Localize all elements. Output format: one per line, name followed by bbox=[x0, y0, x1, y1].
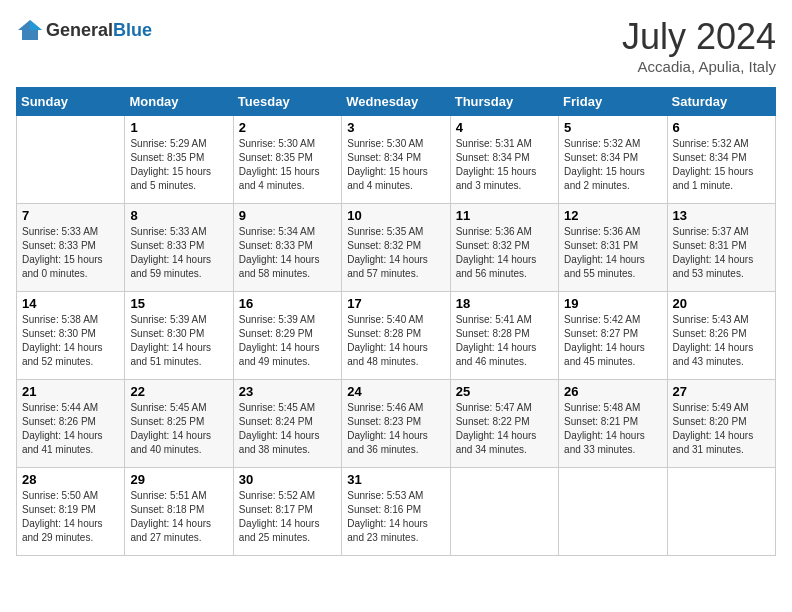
logo: GeneralBlue bbox=[16, 16, 152, 44]
calendar-cell: 27Sunrise: 5:49 AMSunset: 8:20 PMDayligh… bbox=[667, 380, 775, 468]
calendar-cell bbox=[559, 468, 667, 556]
calendar-cell: 12Sunrise: 5:36 AMSunset: 8:31 PMDayligh… bbox=[559, 204, 667, 292]
page-header: GeneralBlue July 2024 Accadia, Apulia, I… bbox=[16, 16, 776, 75]
location-subtitle: Accadia, Apulia, Italy bbox=[622, 58, 776, 75]
calendar-cell: 8Sunrise: 5:33 AMSunset: 8:33 PMDaylight… bbox=[125, 204, 233, 292]
day-number: 11 bbox=[456, 208, 553, 223]
day-number: 18 bbox=[456, 296, 553, 311]
calendar-cell: 4Sunrise: 5:31 AMSunset: 8:34 PMDaylight… bbox=[450, 116, 558, 204]
day-info: Sunrise: 5:47 AMSunset: 8:22 PMDaylight:… bbox=[456, 401, 553, 457]
day-number: 20 bbox=[673, 296, 770, 311]
day-info: Sunrise: 5:40 AMSunset: 8:28 PMDaylight:… bbox=[347, 313, 444, 369]
day-number: 7 bbox=[22, 208, 119, 223]
calendar-cell: 10Sunrise: 5:35 AMSunset: 8:32 PMDayligh… bbox=[342, 204, 450, 292]
day-number: 19 bbox=[564, 296, 661, 311]
day-number: 6 bbox=[673, 120, 770, 135]
day-number: 31 bbox=[347, 472, 444, 487]
day-info: Sunrise: 5:44 AMSunset: 8:26 PMDaylight:… bbox=[22, 401, 119, 457]
day-header-tuesday: Tuesday bbox=[233, 88, 341, 116]
calendar-cell: 26Sunrise: 5:48 AMSunset: 8:21 PMDayligh… bbox=[559, 380, 667, 468]
week-row-2: 7Sunrise: 5:33 AMSunset: 8:33 PMDaylight… bbox=[17, 204, 776, 292]
day-info: Sunrise: 5:45 AMSunset: 8:24 PMDaylight:… bbox=[239, 401, 336, 457]
day-number: 25 bbox=[456, 384, 553, 399]
calendar-cell: 25Sunrise: 5:47 AMSunset: 8:22 PMDayligh… bbox=[450, 380, 558, 468]
week-row-3: 14Sunrise: 5:38 AMSunset: 8:30 PMDayligh… bbox=[17, 292, 776, 380]
calendar-cell: 20Sunrise: 5:43 AMSunset: 8:26 PMDayligh… bbox=[667, 292, 775, 380]
calendar-cell: 18Sunrise: 5:41 AMSunset: 8:28 PMDayligh… bbox=[450, 292, 558, 380]
day-info: Sunrise: 5:48 AMSunset: 8:21 PMDaylight:… bbox=[564, 401, 661, 457]
calendar-cell: 28Sunrise: 5:50 AMSunset: 8:19 PMDayligh… bbox=[17, 468, 125, 556]
calendar-cell bbox=[667, 468, 775, 556]
day-info: Sunrise: 5:50 AMSunset: 8:19 PMDaylight:… bbox=[22, 489, 119, 545]
day-info: Sunrise: 5:51 AMSunset: 8:18 PMDaylight:… bbox=[130, 489, 227, 545]
day-number: 24 bbox=[347, 384, 444, 399]
calendar-cell: 29Sunrise: 5:51 AMSunset: 8:18 PMDayligh… bbox=[125, 468, 233, 556]
day-info: Sunrise: 5:36 AMSunset: 8:31 PMDaylight:… bbox=[564, 225, 661, 281]
day-info: Sunrise: 5:30 AMSunset: 8:35 PMDaylight:… bbox=[239, 137, 336, 193]
day-number: 5 bbox=[564, 120, 661, 135]
day-info: Sunrise: 5:42 AMSunset: 8:27 PMDaylight:… bbox=[564, 313, 661, 369]
calendar-cell: 30Sunrise: 5:52 AMSunset: 8:17 PMDayligh… bbox=[233, 468, 341, 556]
day-info: Sunrise: 5:38 AMSunset: 8:30 PMDaylight:… bbox=[22, 313, 119, 369]
calendar-cell bbox=[17, 116, 125, 204]
calendar-cell: 13Sunrise: 5:37 AMSunset: 8:31 PMDayligh… bbox=[667, 204, 775, 292]
day-number: 26 bbox=[564, 384, 661, 399]
day-number: 8 bbox=[130, 208, 227, 223]
day-info: Sunrise: 5:33 AMSunset: 8:33 PMDaylight:… bbox=[22, 225, 119, 281]
day-number: 10 bbox=[347, 208, 444, 223]
day-number: 16 bbox=[239, 296, 336, 311]
day-number: 22 bbox=[130, 384, 227, 399]
week-row-5: 28Sunrise: 5:50 AMSunset: 8:19 PMDayligh… bbox=[17, 468, 776, 556]
title-area: July 2024 Accadia, Apulia, Italy bbox=[622, 16, 776, 75]
day-number: 2 bbox=[239, 120, 336, 135]
day-header-sunday: Sunday bbox=[17, 88, 125, 116]
month-year-title: July 2024 bbox=[622, 16, 776, 58]
day-info: Sunrise: 5:35 AMSunset: 8:32 PMDaylight:… bbox=[347, 225, 444, 281]
day-info: Sunrise: 5:45 AMSunset: 8:25 PMDaylight:… bbox=[130, 401, 227, 457]
week-row-1: 1Sunrise: 5:29 AMSunset: 8:35 PMDaylight… bbox=[17, 116, 776, 204]
day-info: Sunrise: 5:29 AMSunset: 8:35 PMDaylight:… bbox=[130, 137, 227, 193]
calendar-cell: 3Sunrise: 5:30 AMSunset: 8:34 PMDaylight… bbox=[342, 116, 450, 204]
day-header-monday: Monday bbox=[125, 88, 233, 116]
calendar-cell: 5Sunrise: 5:32 AMSunset: 8:34 PMDaylight… bbox=[559, 116, 667, 204]
day-header-wednesday: Wednesday bbox=[342, 88, 450, 116]
day-info: Sunrise: 5:33 AMSunset: 8:33 PMDaylight:… bbox=[130, 225, 227, 281]
week-row-4: 21Sunrise: 5:44 AMSunset: 8:26 PMDayligh… bbox=[17, 380, 776, 468]
day-info: Sunrise: 5:34 AMSunset: 8:33 PMDaylight:… bbox=[239, 225, 336, 281]
calendar-table: SundayMondayTuesdayWednesdayThursdayFrid… bbox=[16, 87, 776, 556]
calendar-cell: 15Sunrise: 5:39 AMSunset: 8:30 PMDayligh… bbox=[125, 292, 233, 380]
day-header-saturday: Saturday bbox=[667, 88, 775, 116]
logo-general: General bbox=[46, 20, 113, 40]
day-number: 4 bbox=[456, 120, 553, 135]
day-number: 14 bbox=[22, 296, 119, 311]
days-header-row: SundayMondayTuesdayWednesdayThursdayFrid… bbox=[17, 88, 776, 116]
calendar-cell: 16Sunrise: 5:39 AMSunset: 8:29 PMDayligh… bbox=[233, 292, 341, 380]
day-header-friday: Friday bbox=[559, 88, 667, 116]
day-info: Sunrise: 5:37 AMSunset: 8:31 PMDaylight:… bbox=[673, 225, 770, 281]
calendar-cell: 2Sunrise: 5:30 AMSunset: 8:35 PMDaylight… bbox=[233, 116, 341, 204]
day-number: 23 bbox=[239, 384, 336, 399]
calendar-cell: 23Sunrise: 5:45 AMSunset: 8:24 PMDayligh… bbox=[233, 380, 341, 468]
day-info: Sunrise: 5:36 AMSunset: 8:32 PMDaylight:… bbox=[456, 225, 553, 281]
calendar-cell: 11Sunrise: 5:36 AMSunset: 8:32 PMDayligh… bbox=[450, 204, 558, 292]
calendar-cell: 22Sunrise: 5:45 AMSunset: 8:25 PMDayligh… bbox=[125, 380, 233, 468]
day-info: Sunrise: 5:49 AMSunset: 8:20 PMDaylight:… bbox=[673, 401, 770, 457]
day-number: 9 bbox=[239, 208, 336, 223]
day-number: 13 bbox=[673, 208, 770, 223]
calendar-cell: 1Sunrise: 5:29 AMSunset: 8:35 PMDaylight… bbox=[125, 116, 233, 204]
day-number: 29 bbox=[130, 472, 227, 487]
day-info: Sunrise: 5:46 AMSunset: 8:23 PMDaylight:… bbox=[347, 401, 444, 457]
day-info: Sunrise: 5:39 AMSunset: 8:29 PMDaylight:… bbox=[239, 313, 336, 369]
day-info: Sunrise: 5:41 AMSunset: 8:28 PMDaylight:… bbox=[456, 313, 553, 369]
day-number: 30 bbox=[239, 472, 336, 487]
logo-text: GeneralBlue bbox=[46, 20, 152, 41]
logo-blue: Blue bbox=[113, 20, 152, 40]
day-number: 27 bbox=[673, 384, 770, 399]
calendar-cell: 21Sunrise: 5:44 AMSunset: 8:26 PMDayligh… bbox=[17, 380, 125, 468]
day-number: 17 bbox=[347, 296, 444, 311]
day-number: 1 bbox=[130, 120, 227, 135]
calendar-cell bbox=[450, 468, 558, 556]
calendar-cell: 17Sunrise: 5:40 AMSunset: 8:28 PMDayligh… bbox=[342, 292, 450, 380]
calendar-cell: 6Sunrise: 5:32 AMSunset: 8:34 PMDaylight… bbox=[667, 116, 775, 204]
calendar-cell: 24Sunrise: 5:46 AMSunset: 8:23 PMDayligh… bbox=[342, 380, 450, 468]
